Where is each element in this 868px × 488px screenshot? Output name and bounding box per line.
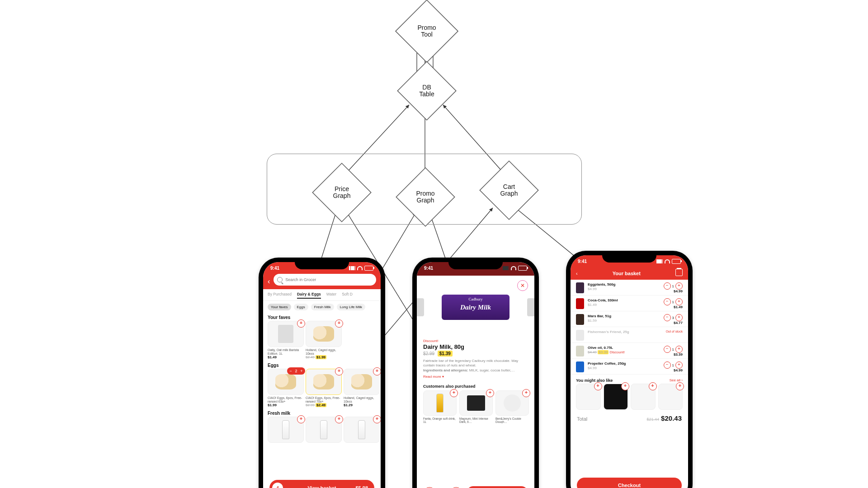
eggs-row: −2+ CIAO! Eggs, 6pcs, Free-ranged 63g+ $… (263, 369, 381, 409)
item-thumb (576, 346, 584, 357)
view-basket-label: View basket (308, 485, 336, 488)
qty-stepper[interactable]: −1+ (664, 298, 683, 305)
add-icon[interactable]: + (450, 389, 458, 397)
product-card[interactable]: + (306, 417, 341, 443)
add-icon[interactable]: + (373, 367, 381, 375)
chip-faves[interactable]: Your faves (268, 304, 291, 310)
node-db-table: DB Table (397, 61, 456, 120)
section-title-milk: Fresh milk (263, 409, 381, 417)
status-time: 9:41 (424, 266, 433, 271)
signal-icon (656, 259, 663, 263)
add-icon[interactable]: + (621, 382, 629, 390)
item-thumb (576, 361, 584, 372)
recommend-row: + + + + (571, 384, 688, 410)
add-icon[interactable]: + (373, 415, 381, 423)
wifi-icon (665, 259, 670, 263)
signal-icon (503, 266, 509, 270)
close-icon[interactable]: ✕ (517, 280, 528, 291)
battery-icon (518, 266, 527, 271)
add-icon[interactable]: + (594, 382, 602, 390)
add-icon[interactable]: + (676, 382, 684, 390)
add-icon[interactable]: + (486, 389, 494, 397)
product-card[interactable]: + (631, 384, 656, 410)
basket-total-row: Total $21.44$20.43 (571, 410, 688, 422)
filter-chips: Your faves Eggs Fresh Milk Long Life Mil… (263, 301, 381, 313)
add-to-basket-button[interactable]: Add to basket (467, 486, 528, 488)
basket-total: $5.98 (355, 485, 368, 488)
add-icon[interactable]: + (649, 382, 657, 390)
basket-item: Coca-Cola, 330ml$1.49 −1+ $1.49 (571, 296, 688, 311)
add-icon[interactable]: + (522, 389, 530, 397)
basket-item-unavailable: Fisherman's Friend, 25g Out of stock (571, 327, 688, 343)
product-card[interactable]: + (344, 417, 379, 443)
product-card[interactable]: +Magnum, Mini Intense Dark, 6… (459, 390, 492, 423)
item-thumb (576, 298, 584, 309)
product-card[interactable]: +Fanta, Orange soft drink, 1L (423, 390, 456, 423)
add-icon[interactable]: + (297, 319, 305, 328)
checkout-button[interactable]: Checkout (577, 478, 682, 488)
search-placeholder: Search in Grocer (285, 277, 316, 282)
qty-stepper[interactable]: −3+ (664, 314, 683, 321)
product-gallery: Cadbury Dairy Milk (417, 276, 534, 339)
item-thumb (576, 330, 584, 341)
qty-stepper[interactable]: −1+ (664, 346, 683, 353)
also-title: Customers also purchased (423, 384, 528, 389)
status-time: 9:41 (578, 259, 587, 264)
discount-label: Discount! (423, 339, 528, 343)
product-card[interactable]: + (658, 384, 683, 410)
gallery-next[interactable] (527, 298, 534, 316)
product-card[interactable]: + Holland, Caged eggs, 10pcs $2.49$1.99 (306, 321, 341, 359)
tab-dairy[interactable]: Dairy & Eggs (297, 292, 321, 299)
read-more-link[interactable]: Read more ▾ (423, 375, 444, 379)
node-promo-tool: Promo Tool (396, 0, 458, 62)
recommend-header: You might also like See all › (571, 375, 688, 384)
qty-stepper[interactable]: −1+ (664, 282, 683, 290)
chip-eggs[interactable]: Eggs (294, 304, 308, 310)
tab-soft[interactable]: Soft D (342, 292, 353, 299)
status-time: 9:41 (270, 266, 279, 271)
product-card[interactable]: + CIAO! Eggs, 6pcs, Free-ranged 70g+ $2.… (306, 369, 341, 407)
category-tabs: By Purchased Dairy & Eggs Water Soft D (263, 289, 381, 301)
product-card[interactable]: + (268, 417, 303, 443)
basket-count: 4 (272, 483, 283, 488)
section-title-faves: Your faves (263, 313, 381, 321)
view-basket-button[interactable]: 4 View basket $5.98 (269, 480, 374, 488)
basket-title: Your basket (578, 271, 675, 276)
back-icon[interactable]: ‹ (268, 277, 270, 286)
product-card[interactable]: + Holland, Caged eggs, 10pcs $1.29 (344, 369, 379, 407)
wifi-icon (511, 266, 516, 270)
chip-longlife[interactable]: Long Life Milk (337, 304, 365, 310)
item-thumb (576, 314, 584, 325)
product-card[interactable]: −2+ CIAO! Eggs, 6pcs, Free-ranged 63g+ $… (268, 369, 303, 407)
battery-icon (672, 259, 681, 264)
product-card[interactable]: + (576, 384, 601, 410)
basket-item: Mars Bar, 51g$1.59 −3+ $4.77 (571, 311, 688, 327)
milk-row: + + + (263, 417, 381, 445)
tab-water[interactable]: Water (326, 292, 336, 299)
add-icon[interactable]: + (335, 319, 343, 328)
price-block: $2.99 $1.39 (423, 351, 528, 356)
search-input[interactable]: Search in Grocer (274, 274, 376, 286)
battery-icon (364, 266, 373, 271)
trash-icon[interactable] (675, 269, 683, 276)
add-icon[interactable]: + (335, 415, 343, 423)
chip-fresh-milk[interactable]: Fresh Milk (311, 304, 334, 310)
add-icon[interactable]: + (297, 415, 305, 423)
qty-stepper[interactable]: −2+ (287, 367, 305, 375)
signal-icon (349, 266, 355, 270)
faves-row: + Oatly, Oat milk Barista Edition, 1L $1… (263, 321, 381, 361)
product-description: Fairtrade bar of the legendary Cadbury m… (423, 359, 528, 373)
section-title-eggs: Eggs (263, 361, 381, 369)
product-card[interactable]: + Oatly, Oat milk Barista Edition, 1L $1… (268, 321, 303, 359)
notch (295, 258, 349, 269)
add-icon[interactable]: + (335, 367, 343, 375)
qty-stepper[interactable]: −1+ (664, 361, 683, 369)
gallery-prev[interactable] (417, 298, 424, 316)
product-card[interactable]: +Ben&Jerry's Cookie Dough… (495, 390, 528, 423)
item-thumb (576, 282, 584, 293)
notch (448, 258, 503, 269)
tab-purchased[interactable]: By Purchased (268, 292, 292, 299)
product-card[interactable]: + (604, 384, 628, 410)
product-image: Cadbury Dairy Milk (442, 295, 509, 320)
out-of-stock-label: Out of stock (666, 330, 683, 333)
